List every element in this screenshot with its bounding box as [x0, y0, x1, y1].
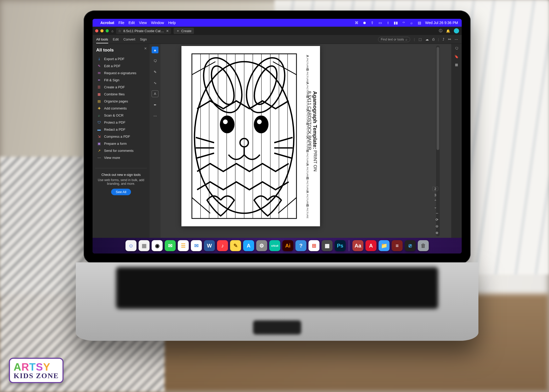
page-down-icon[interactable]: ⌄ — [434, 205, 437, 209]
page-up-icon[interactable]: ⌃ — [434, 199, 437, 203]
cloud-icon[interactable]: ☁ — [425, 37, 429, 41]
bell-icon[interactable]: 🔔 — [446, 29, 450, 33]
close-panel-icon[interactable]: ✕ — [144, 47, 147, 50]
dock-app[interactable]: W — [204, 240, 215, 251]
tool-redact-a-pdf[interactable]: ▬Redact a PDF — [95, 126, 147, 133]
tool-request-e-signatures[interactable]: ✉Request e-signatures — [95, 70, 147, 77]
svg-point-18 — [254, 116, 268, 133]
clock[interactable]: Wed Jul 26 9:36 PM — [425, 21, 458, 25]
select-tool-icon[interactable]: ▲ — [152, 47, 158, 53]
highlight-tool-icon[interactable]: ✎ — [152, 68, 158, 75]
tool-fill-sign[interactable]: ✒Fill & Sign — [95, 77, 147, 84]
thumbnails-panel-icon[interactable]: ▦ — [455, 63, 458, 67]
dock-app[interactable]: ☺ — [125, 240, 136, 251]
menu-file[interactable]: File — [118, 21, 124, 25]
tool-export-a-pdf[interactable]: ⤓Export a PDF — [95, 55, 147, 62]
dock-app[interactable]: ⊞ — [308, 240, 319, 251]
dock-app[interactable]: ⚙ — [256, 240, 267, 251]
link-icon[interactable]: ⚯ — [448, 37, 451, 41]
tool-compress-a-pdf[interactable]: ⇲Compress a PDF — [95, 133, 147, 140]
draw-tool-icon[interactable]: ∿ — [152, 79, 158, 86]
tool-scan-ocr[interactable]: ⌕Scan & OCR — [95, 112, 147, 119]
search-icon[interactable]: ⌕ — [409, 21, 414, 25]
menu-view[interactable]: View — [139, 21, 147, 25]
airdrop-icon[interactable]: ⇪ — [370, 21, 374, 25]
dock-app[interactable]: Ps — [335, 240, 346, 251]
dock-app[interactable]: A — [365, 240, 376, 251]
zoom-in-icon[interactable]: ⊕ — [436, 231, 438, 235]
dock-app[interactable]: ▦ — [139, 240, 150, 251]
tab-edit[interactable]: Edit — [113, 37, 119, 41]
dock-app[interactable]: ✉ — [165, 240, 176, 251]
rotate-icon[interactable]: ⟳ — [436, 218, 438, 222]
bluetooth-icon[interactable]: ᚼ — [386, 21, 390, 25]
total-pages: 3 — [434, 193, 436, 197]
dock-app[interactable]: ⎚ — [405, 240, 416, 251]
flower-icon[interactable]: ⌘ — [354, 21, 359, 25]
dock-app[interactable]: Aa — [352, 240, 363, 251]
menu-help[interactable]: Help — [168, 21, 176, 25]
dock-app[interactable]: ☰ — [178, 240, 189, 251]
tool-protect-a-pdf[interactable]: 🛡Protect a PDF — [95, 119, 147, 126]
tool-organize-pages[interactable]: ▤Organize pages — [95, 98, 147, 105]
menu-window[interactable]: Window — [151, 21, 164, 25]
save-icon[interactable]: ⬚ — [419, 37, 422, 41]
account-avatar[interactable] — [454, 28, 459, 33]
tool-view-more[interactable]: ⋯View more — [95, 154, 147, 161]
document-tab[interactable]: ☆ 8.5x11 PIrate Cootie Cat… ✕ — [116, 28, 171, 34]
tool-label: Redact a PDF — [104, 128, 125, 131]
tool-combine-files[interactable]: ▦Combine files — [95, 91, 147, 98]
tab-convert[interactable]: Convert — [123, 37, 135, 41]
dock-app[interactable]: ▦ — [322, 240, 333, 251]
dock-app[interactable]: 📁 — [379, 240, 390, 251]
macos-dock[interactable]: ☺▦◉✉☰✉W♪✎A⚙cricutAi?⊞▦PsAaA📁≡⎚🗑 — [93, 238, 462, 253]
display-icon[interactable]: ▭ — [378, 21, 382, 25]
tab-sign[interactable]: Sign — [140, 37, 147, 41]
tool-edit-a-pdf[interactable]: ✎Edit a PDF — [95, 62, 147, 70]
wifi-icon[interactable]: ⌔ — [402, 21, 406, 25]
menu-edit[interactable]: Edit — [128, 21, 135, 25]
tool-create-a-pdf[interactable]: ☰Create a PDF — [95, 84, 147, 91]
dock-app[interactable]: ≡ — [392, 240, 403, 251]
battery-icon[interactable]: ▮▮ — [394, 21, 398, 25]
help-icon[interactable]: ⓘ — [439, 28, 442, 33]
record-icon[interactable]: ⏺ — [362, 21, 367, 25]
tab-all-tools[interactable]: All tools — [96, 37, 108, 43]
dock-app[interactable]: 🗑 — [418, 240, 429, 251]
traffic-lights[interactable] — [95, 29, 109, 32]
zoom-out-icon[interactable]: ⊖ — [436, 224, 438, 228]
document-canvas[interactable]: Agamograph Template: PRINT ON 8.5X11 CAR… — [161, 44, 451, 238]
control-center-icon[interactable]: ▤ — [417, 21, 421, 25]
dock-app[interactable]: ◉ — [152, 240, 163, 251]
see-all-button[interactable]: See All — [111, 189, 131, 195]
dock-app[interactable]: ? — [295, 240, 306, 251]
text-tool-icon[interactable]: A — [152, 90, 158, 97]
tool-icon: ✉ — [97, 71, 101, 75]
search-input[interactable]: Find text or tools ⌕ — [378, 37, 410, 42]
share-icon[interactable]: ⤴ — [443, 37, 444, 41]
dock-app[interactable]: A — [243, 240, 254, 251]
fit-width-icon[interactable]: ↔ — [435, 211, 439, 215]
dock-app[interactable]: ♪ — [217, 240, 228, 251]
current-page[interactable]: 2 — [432, 187, 438, 191]
dock-app[interactable]: cricut — [269, 240, 280, 251]
tool-send-for-comments[interactable]: ↗Send for comments — [95, 147, 147, 154]
tool-add-comments[interactable]: ✚Add comments — [95, 105, 147, 112]
dock-app[interactable]: ✎ — [230, 240, 241, 251]
dock-app[interactable]: Ai — [282, 240, 293, 251]
scrollbar-thumb[interactable] — [437, 47, 439, 150]
print-icon[interactable]: ⎙ — [432, 37, 434, 41]
create-button[interactable]: ＋ Create — [174, 28, 194, 34]
star-icon[interactable]: ☆ — [118, 29, 121, 33]
close-tab-icon[interactable]: ✕ — [166, 29, 169, 33]
app-name[interactable]: Acrobat — [100, 21, 114, 25]
tool-prepare-a-form[interactable]: ▣Prepare a form — [95, 140, 147, 147]
signature-tool-icon[interactable]: ✒ — [152, 101, 158, 108]
dock-app[interactable]: ✉ — [191, 240, 202, 251]
comments-panel-icon[interactable]: 🗨 — [455, 47, 458, 50]
more-icon[interactable]: ⋯ — [455, 37, 458, 41]
comment-tool-icon[interactable]: 🗨 — [152, 57, 158, 64]
home-icon[interactable]: ⌂ — [111, 29, 113, 33]
more-tools-icon[interactable]: ⋯ — [152, 112, 158, 119]
bookmarks-panel-icon[interactable]: 🔖 — [454, 55, 459, 59]
